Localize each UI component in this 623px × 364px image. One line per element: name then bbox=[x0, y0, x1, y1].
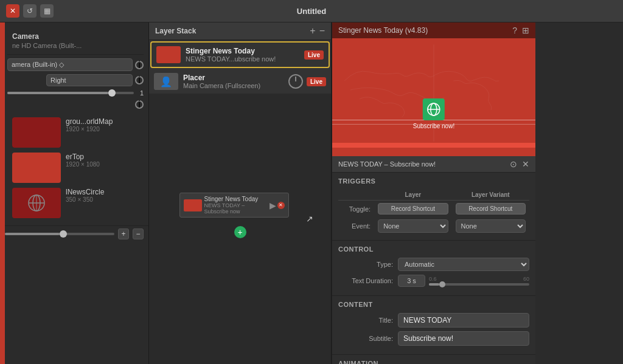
table-row: Event: None On Start On End None On bbox=[338, 217, 529, 235]
preview-globe-icon bbox=[423, 98, 445, 120]
remove-item-button[interactable]: − bbox=[319, 26, 325, 36]
canvas-mini-layer[interactable]: Stinger News Today NEWS TODAY – Subscrib… bbox=[179, 193, 289, 218]
camera-label: Camera bbox=[12, 32, 139, 41]
info-bar: NEWS TODAY – Subscribe now! ⊙ ✕ bbox=[332, 156, 535, 173]
thumb-name: lNewsCircle bbox=[66, 188, 139, 196]
toggle-shortcut2-button[interactable]: Record Shortcut bbox=[456, 203, 526, 215]
layer-info-stinger: Stinger News Today NEWS TODAY...ubscribe… bbox=[186, 47, 299, 63]
toggle-shortcut1-button[interactable]: Record Shortcut bbox=[378, 203, 448, 215]
source-select[interactable]: amera (Built-in) ◇ bbox=[7, 58, 133, 71]
slider-row: 1 bbox=[7, 89, 144, 97]
camera-section: Camera ne HD Camera (Built-... bbox=[7, 27, 144, 55]
type-label: Type: bbox=[338, 261, 393, 268]
grid-button[interactable]: ▦ bbox=[40, 4, 54, 18]
canvas-mini-name: Stinger News Today bbox=[204, 196, 267, 202]
event-select1[interactable]: None On Start On End bbox=[378, 219, 448, 233]
event-select1-cell: None On Start On End bbox=[374, 217, 451, 235]
content-title-value[interactable]: NEWS TODAY bbox=[398, 313, 529, 328]
duration-row: Text Duration: 3 s 0.6 60 bbox=[338, 275, 529, 287]
refresh-button[interactable]: ↺ bbox=[23, 4, 37, 18]
slider-value: 1 bbox=[140, 89, 144, 97]
content-title-row: Title: NEWS TODAY bbox=[338, 313, 529, 328]
info-icon[interactable]: ⊙ bbox=[510, 159, 517, 169]
content-title-label: Title: bbox=[338, 317, 393, 324]
content-subtitle-value[interactable]: Subscribe now! bbox=[398, 331, 529, 346]
camera-sub: ne HD Camera (Built-... bbox=[12, 42, 139, 49]
type-row: Type: Automatic Manual bbox=[338, 258, 529, 271]
canvas-arrow-icon[interactable]: ▶ bbox=[270, 201, 276, 210]
preview-help-icon[interactable]: ? bbox=[512, 26, 517, 35]
layer-thumb-person: 👤 bbox=[154, 73, 178, 90]
list-item[interactable]: grou...orldMap 1920 × 1920 bbox=[12, 117, 139, 148]
canvas-add-button[interactable]: + bbox=[234, 226, 246, 238]
title-bar: ✕ ↺ ▦ Untitled bbox=[0, 0, 623, 22]
type-select[interactable]: Automatic Manual bbox=[398, 258, 529, 271]
thumb-info: grou...orldMap 1920 × 1920 bbox=[66, 117, 139, 132]
thumb-size: 1920 × 1080 bbox=[66, 161, 139, 168]
duration-labels: 0.6 60 bbox=[429, 276, 529, 282]
thumb-info: erTop 1920 × 1080 bbox=[66, 153, 139, 168]
preview-icons: ? ⊞ bbox=[512, 26, 529, 35]
info-bar-text: NEWS TODAY – Subscribe now! bbox=[338, 160, 436, 168]
triggers-table: Layer Layer Variant Toggle: Record Short… bbox=[338, 190, 529, 235]
right-panel: Stinger News Today (v4.83) ? ⊞ bbox=[332, 22, 535, 364]
slider-info-icon: i bbox=[135, 100, 144, 109]
remove-layer-button[interactable]: − bbox=[133, 228, 144, 239]
canvas-close-button[interactable]: ✕ bbox=[277, 202, 285, 209]
preview-brand: Subscribe now! bbox=[413, 98, 454, 129]
left-red-bar bbox=[0, 22, 5, 364]
control-section: Control Type: Automatic Manual Text Dura… bbox=[332, 241, 535, 296]
duration-max: 60 bbox=[523, 276, 529, 282]
duration-track bbox=[429, 283, 529, 286]
table-row: Toggle: Record Shortcut Record Shortcut bbox=[338, 201, 529, 218]
canvas-area: Stinger News Today NEWS TODAY – Subscrib… bbox=[149, 94, 331, 364]
layer-sub-placer: Main Camera (Fullscreen) bbox=[183, 82, 284, 89]
triggers-section: Triggers Layer Layer Variant Toggle: Rec… bbox=[332, 173, 535, 241]
layer-sub-stinger: NEWS TODAY...ubscribe now! bbox=[186, 55, 299, 63]
layer-item-stinger[interactable]: Stinger News Today NEWS TODAY...ubscribe… bbox=[150, 41, 330, 68]
col-layer-header: Layer bbox=[374, 190, 451, 201]
animation-section: Animation bbox=[332, 355, 535, 364]
info-bar-icons: ⊙ ✕ bbox=[510, 159, 529, 169]
layer-thumb-stinger bbox=[156, 46, 181, 63]
window-title: Untitled bbox=[297, 7, 326, 16]
duration-control: 3 s 0.6 60 bbox=[398, 275, 529, 287]
align-select[interactable]: Right bbox=[46, 74, 133, 86]
content-subtitle-label: Subtitle: bbox=[338, 335, 393, 342]
add-item-button[interactable]: + bbox=[310, 26, 315, 36]
thumbnails-section: grou...orldMap 1920 × 1920 erTop 1920 × … bbox=[7, 112, 144, 223]
bottom-slider-thumb[interactable] bbox=[60, 230, 67, 238]
event-label: Event: bbox=[338, 217, 374, 235]
slider-thumb[interactable] bbox=[108, 89, 116, 97]
triggers-title: Triggers bbox=[338, 177, 529, 185]
close-info-icon[interactable]: ✕ bbox=[522, 159, 529, 169]
layer-name-stinger: Stinger News Today bbox=[186, 47, 299, 55]
preview-map: Subscribe now! bbox=[332, 38, 535, 148]
toggle-shortcut2-cell: Record Shortcut bbox=[452, 201, 529, 218]
layer-info-placer: Placer Main Camera (Fullscreen) bbox=[183, 74, 284, 89]
thumb-name: grou...orldMap bbox=[66, 117, 139, 126]
list-item[interactable]: erTop 1920 × 1080 bbox=[12, 153, 139, 183]
content-title: Content bbox=[338, 301, 529, 308]
live-badge-placer: Live bbox=[307, 77, 326, 86]
close-button[interactable]: ✕ bbox=[6, 4, 19, 18]
event-select2[interactable]: None On Start On End bbox=[456, 219, 526, 233]
layer-item-placer[interactable]: 👤 Placer Main Camera (Fullscreen) Live bbox=[149, 69, 331, 94]
placer-timer-icon[interactable] bbox=[288, 74, 303, 89]
thumb-size: 350 × 350 bbox=[66, 196, 139, 203]
preview-title-text: Stinger News Today (v4.83) bbox=[338, 26, 428, 35]
layer-thumb-placer: 👤 bbox=[154, 73, 178, 90]
canvas-mini-thumb bbox=[184, 199, 202, 211]
content-subtitle-row: Subtitle: Subscribe now! bbox=[338, 331, 529, 346]
panel-title: Layer Stack bbox=[155, 27, 196, 35]
thumb-name: erTop bbox=[66, 153, 139, 161]
preview-expand-icon[interactable]: ⊞ bbox=[522, 26, 529, 35]
main-area: Camera ne HD Camera (Built-... amera (Bu… bbox=[0, 22, 623, 364]
thumb-preview-top bbox=[12, 153, 61, 183]
duration-thumb[interactable] bbox=[439, 281, 445, 287]
add-layer-button[interactable]: + bbox=[118, 228, 129, 239]
layer-thumb-red-bg bbox=[156, 46, 181, 63]
duration-value: 3 s bbox=[398, 275, 425, 287]
duration-label: Text Duration: bbox=[338, 277, 393, 284]
list-item[interactable]: lNewsCircle 350 × 350 bbox=[12, 188, 139, 218]
